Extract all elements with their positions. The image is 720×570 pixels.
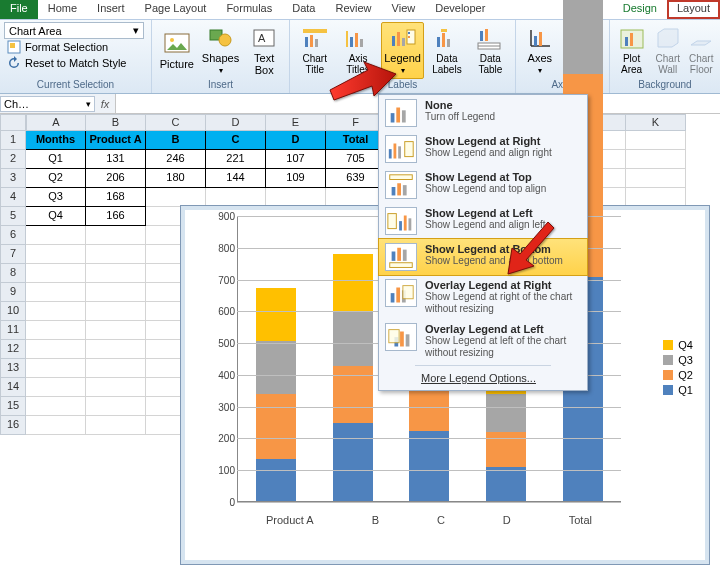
tab-data[interactable]: Data (282, 0, 325, 19)
menu-item-overlay-right[interactable]: Overlay Legend at RightShow Legend at ri… (379, 275, 587, 319)
cell[interactable]: D (266, 131, 326, 150)
cell[interactable]: 144 (206, 169, 266, 188)
bar-segment[interactable] (333, 423, 373, 501)
cell[interactable]: Product A (86, 131, 146, 150)
bar-segment[interactable] (256, 288, 296, 341)
row-header[interactable]: 14 (0, 378, 26, 397)
cell[interactable]: 246 (146, 150, 206, 169)
column-header[interactable]: A (26, 114, 86, 131)
column-header[interactable]: D (206, 114, 266, 131)
cell[interactable]: C (206, 131, 266, 150)
row-header[interactable]: 2 (0, 150, 26, 169)
bar-segment[interactable] (256, 394, 296, 459)
legend-item[interactable]: Q3 (663, 354, 693, 366)
cell[interactable] (626, 169, 686, 188)
menu-item-top[interactable]: Show Legend at TopShow Legend and top al… (379, 167, 587, 203)
column-header[interactable]: K (626, 114, 686, 131)
row-header[interactable]: 10 (0, 302, 26, 321)
column-header[interactable]: C (146, 114, 206, 131)
cell[interactable] (86, 340, 146, 359)
format-selection-button[interactable]: Format Selection (4, 39, 147, 55)
menu-more-options[interactable]: More Legend Options... (379, 368, 587, 390)
tab-file[interactable]: File (0, 0, 38, 19)
menu-item-none[interactable]: NoneTurn off Legend (379, 95, 587, 131)
name-box[interactable]: Ch… ▾ (0, 96, 95, 112)
row-header[interactable]: 5 (0, 207, 26, 226)
text-box-button[interactable]: A Text Box (243, 22, 285, 79)
reset-style-button[interactable]: Reset to Match Style (4, 55, 147, 71)
cell[interactable] (26, 397, 86, 416)
cell[interactable]: B (146, 131, 206, 150)
cell[interactable]: 206 (86, 169, 146, 188)
cell[interactable] (86, 359, 146, 378)
column-header[interactable]: B (86, 114, 146, 131)
chart-floor-button[interactable]: Chart Floor (686, 22, 716, 79)
bar-segment[interactable] (486, 394, 526, 432)
cell[interactable] (626, 150, 686, 169)
picture-button[interactable]: Picture (156, 22, 198, 79)
chart-legend[interactable]: Q4Q3Q2Q1 (663, 336, 693, 399)
row-header[interactable]: 7 (0, 245, 26, 264)
cell[interactable]: 639 (326, 169, 386, 188)
row-header[interactable]: 9 (0, 283, 26, 302)
tab-formulas[interactable]: Formulas (216, 0, 282, 19)
cell[interactable] (86, 264, 146, 283)
cell[interactable]: 107 (266, 150, 326, 169)
row-header[interactable]: 16 (0, 416, 26, 435)
row-header[interactable]: 13 (0, 359, 26, 378)
tab-view[interactable]: View (382, 0, 426, 19)
menu-item-right[interactable]: Show Legend at RightShow Legend and alig… (379, 131, 587, 167)
tab-page-layout[interactable]: Page Layout (135, 0, 217, 19)
tab-developer[interactable]: Developer (425, 0, 495, 19)
tab-insert[interactable]: Insert (87, 0, 135, 19)
bar[interactable] (256, 288, 296, 501)
row-header[interactable]: 8 (0, 264, 26, 283)
cell[interactable] (26, 321, 86, 340)
fx-icon[interactable]: fx (95, 98, 115, 110)
cell[interactable]: 168 (86, 188, 146, 207)
data-table-button[interactable]: Data Table (470, 22, 511, 79)
row-header[interactable]: 3 (0, 169, 26, 188)
cell[interactable] (626, 131, 686, 150)
row-header[interactable]: 1 (0, 131, 26, 150)
cell[interactable]: 180 (146, 169, 206, 188)
tab-home[interactable]: Home (38, 0, 87, 19)
cell[interactable] (86, 416, 146, 435)
cell[interactable] (86, 302, 146, 321)
chart-element-dropdown[interactable]: Chart Area ▾ (4, 22, 144, 39)
cell[interactable] (26, 340, 86, 359)
cell[interactable]: Q2 (26, 169, 86, 188)
bar-segment[interactable] (409, 385, 449, 431)
cell[interactable] (86, 245, 146, 264)
row-header[interactable]: 4 (0, 188, 26, 207)
bar-segment[interactable] (256, 341, 296, 394)
cell[interactable] (86, 397, 146, 416)
cell[interactable] (26, 416, 86, 435)
cell[interactable]: 166 (86, 207, 146, 226)
row-header[interactable]: 6 (0, 226, 26, 245)
bar-segment[interactable] (409, 431, 449, 501)
cell[interactable] (86, 321, 146, 340)
cell[interactable] (26, 226, 86, 245)
cell[interactable]: Months (26, 131, 86, 150)
cell[interactable]: 109 (266, 169, 326, 188)
bar-segment[interactable] (563, 0, 603, 74)
cell[interactable]: 131 (86, 150, 146, 169)
tab-review[interactable]: Review (325, 0, 381, 19)
cell[interactable]: Q1 (26, 150, 86, 169)
tab-layout[interactable]: Layout (667, 0, 720, 19)
cell[interactable]: 221 (206, 150, 266, 169)
cell[interactable] (86, 226, 146, 245)
row-header[interactable]: 12 (0, 340, 26, 359)
bar-segment[interactable] (486, 467, 526, 501)
cell[interactable] (86, 378, 146, 397)
axes-button[interactable]: Axes▾ (520, 22, 560, 79)
column-header[interactable]: F (326, 114, 386, 131)
cell[interactable] (86, 283, 146, 302)
plot-area-button[interactable]: Plot Area (614, 22, 649, 79)
select-all-corner[interactable] (0, 114, 26, 131)
data-labels-button[interactable]: Data Labels (426, 22, 467, 79)
tab-design[interactable]: Design (613, 0, 667, 19)
cell[interactable] (26, 378, 86, 397)
row-header[interactable]: 11 (0, 321, 26, 340)
